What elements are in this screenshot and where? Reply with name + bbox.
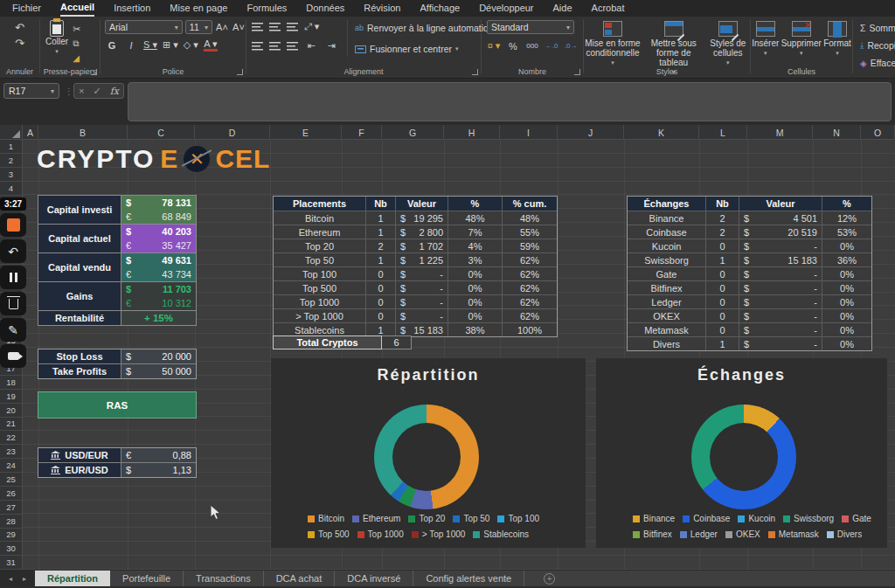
- ribbon-tab-fichier[interactable]: Fichier: [12, 1, 41, 16]
- ribbon-tab-insertion[interactable]: Insertion: [114, 1, 150, 16]
- column-header-k[interactable]: K: [624, 125, 699, 140]
- table-row-take-profits[interactable]: Take Profits$50 000: [38, 364, 196, 379]
- row-header-31[interactable]: 31: [0, 556, 22, 570]
- ribbon-tab-accueil[interactable]: Accueil: [60, 0, 94, 17]
- decrease-font-icon[interactable]: A˅: [232, 21, 246, 34]
- fill-color-button[interactable]: ◇ ▾: [184, 38, 198, 52]
- dialog-launcher-icon[interactable]: [91, 69, 97, 75]
- orientation-icon[interactable]: ⤢ ▾: [304, 20, 319, 33]
- row-header-25[interactable]: 25: [0, 473, 22, 487]
- redo-icon[interactable]: ↷: [15, 38, 24, 50]
- row-header-28[interactable]: 28: [0, 515, 22, 529]
- copy-icon[interactable]: ⧉: [73, 38, 80, 50]
- row-header-3[interactable]: 3: [0, 168, 22, 182]
- row-header-29[interactable]: 29: [0, 529, 22, 543]
- row-header-24[interactable]: 24: [0, 459, 22, 473]
- exchanges-donut-chart[interactable]: [691, 405, 796, 509]
- repartition-donut-chart[interactable]: [374, 405, 479, 509]
- table-row-gate[interactable]: Gate0$-0%: [628, 266, 871, 280]
- undo-annotation-button[interactable]: ↶: [0, 239, 26, 263]
- row-header-22[interactable]: 22: [0, 431, 22, 445]
- prev-sheet-icon[interactable]: ◂: [9, 575, 12, 583]
- row-header-26[interactable]: 26: [0, 487, 22, 501]
- ribbon-tab-affichage[interactable]: Affichage: [420, 1, 460, 16]
- capital-section-capital-actuel[interactable]: Capital actuel$40 203€35 427: [38, 225, 196, 253]
- formula-input[interactable]: [128, 82, 892, 121]
- column-header-m[interactable]: M: [747, 125, 813, 140]
- exchanges-table[interactable]: ÉchangesNbValeur%Binance2$4 50112%Coinba…: [627, 196, 872, 351]
- align-bottom-icon[interactable]: [287, 23, 298, 31]
- table-row-eur-usd[interactable]: EUR/USD$1,13: [38, 463, 196, 478]
- confirm-entry-icon[interactable]: ✓: [93, 86, 101, 97]
- paste-button[interactable]: Coller▾: [45, 20, 68, 65]
- table-row-metamask[interactable]: Metamask0$-0%: [628, 322, 871, 336]
- increase-decimal-icon[interactable]: ←.0: [545, 39, 559, 52]
- column-header-a[interactable]: A: [23, 125, 38, 140]
- currency-format-icon[interactable]: ¤ ▾: [487, 39, 501, 52]
- ribbon-tab-formules[interactable]: Formules: [246, 1, 287, 16]
- ribbon-tab-mise-en-page[interactable]: Mise en page: [170, 1, 227, 16]
- total-cryptos-row[interactable]: Total Cryptos 6: [273, 336, 412, 349]
- align-left-icon[interactable]: [252, 42, 263, 51]
- dialog-launcher-icon[interactable]: [574, 69, 580, 75]
- table-row-coinbase[interactable]: Coinbase2$20 51953%: [628, 225, 871, 239]
- borders-button[interactable]: ⊞ ▾: [163, 38, 178, 52]
- bold-button[interactable]: G: [105, 38, 119, 52]
- capital-section-capital-investi[interactable]: Capital investi$78 131€68 849: [38, 196, 196, 225]
- column-header-o[interactable]: O: [861, 125, 895, 140]
- align-center-icon[interactable]: [269, 42, 281, 51]
- italic-button[interactable]: I: [124, 38, 138, 52]
- table-row-okex[interactable]: OKEX0$-0%: [628, 308, 871, 322]
- insert-function-icon[interactable]: fx: [110, 86, 119, 97]
- ribbon-tab-aide[interactable]: Aide: [553, 1, 572, 16]
- row-header-4[interactable]: 4: [0, 182, 22, 196]
- column-header-l[interactable]: L: [699, 125, 747, 140]
- table-row-binance[interactable]: Binance2$4 50112%: [628, 211, 871, 225]
- sheet-tab-portefeuille[interactable]: Portefeuille: [110, 571, 184, 586]
- sheet-tab-dca-inverse[interactable]: DCA inversé: [335, 571, 413, 586]
- table-row-bitcoin[interactable]: Bitcoin1$19 29548%48%: [274, 211, 557, 225]
- column-header-d[interactable]: D: [195, 125, 270, 140]
- thousands-format-icon[interactable]: 000: [525, 39, 539, 52]
- undo-icon[interactable]: ↶: [15, 22, 24, 34]
- row-header-30[interactable]: 30: [0, 542, 22, 556]
- capital-summary-table[interactable]: Capital investi$78 131€68 849Capital act…: [38, 195, 197, 326]
- repartition-chart-panel[interactable]: Répartition BitcoinEthereumTop 20Top 50T…: [271, 358, 586, 548]
- table-row-top-20[interactable]: Top 202$1 7024%59%: [274, 239, 557, 252]
- increase-font-icon[interactable]: A˄: [215, 21, 229, 34]
- ras-status-cell[interactable]: RAS: [38, 391, 197, 419]
- next-sheet-icon[interactable]: ▸: [23, 575, 26, 583]
- increase-indent-icon[interactable]: ⇥: [324, 39, 338, 52]
- table-row-swissborg[interactable]: Swissborg1$15 18336%: [628, 252, 871, 266]
- exchange-rates-table[interactable]: USD/EUR€0,88EUR/USD$1,13: [38, 447, 197, 478]
- dialog-launcher-icon[interactable]: [472, 69, 478, 75]
- number-format-select[interactable]: Standard▾: [487, 20, 574, 34]
- column-header-g[interactable]: G: [382, 125, 444, 140]
- sheet-tab-dca-achat[interactable]: DCA achat: [264, 571, 336, 586]
- placements-table[interactable]: PlacementsNbValeur%% cum.Bitcoin1$19 295…: [273, 196, 558, 337]
- column-header-f[interactable]: F: [342, 125, 382, 140]
- ribbon-tab-acrobat[interactable]: Acrobat: [592, 1, 625, 16]
- column-header-j[interactable]: J: [558, 125, 624, 140]
- select-all-corner[interactable]: [0, 125, 23, 140]
- fill-button[interactable]: ⤓ Recopier▾: [860, 38, 895, 53]
- row-header-23[interactable]: 23: [0, 445, 22, 459]
- table-row-ledger[interactable]: Ledger0$-0%: [628, 294, 871, 308]
- format-painter-icon[interactable]: ◢: [73, 52, 80, 65]
- font-name-select[interactable]: Arial▾: [105, 20, 183, 34]
- webcam-button[interactable]: [0, 344, 26, 368]
- decrease-decimal-icon[interactable]: .0→: [564, 39, 578, 52]
- clear-button[interactable]: ◈ Effacer▾: [860, 55, 895, 71]
- table-row-stop-loss[interactable]: Stop Loss$20 000: [38, 349, 196, 364]
- sheet-tab-re-partition[interactable]: Répartition: [35, 571, 110, 586]
- column-header-b[interactable]: B: [38, 125, 128, 140]
- row-header-20[interactable]: 20: [0, 404, 22, 418]
- sheet-tab-transactions[interactable]: Transactions: [184, 571, 264, 586]
- stoploss-takeprofit-table[interactable]: Stop Loss$20 000Take Profits$50 000: [38, 349, 197, 379]
- dialog-launcher-icon[interactable]: [237, 69, 243, 75]
- percent-format-icon[interactable]: %: [506, 39, 520, 52]
- row-header-27[interactable]: 27: [0, 501, 22, 515]
- font-size-select[interactable]: 11▾: [185, 20, 212, 34]
- capital-section-capital-vendu[interactable]: Capital vendu$49 631€43 734: [38, 253, 196, 282]
- capital-section-gains[interactable]: Gains$11 703€10 312: [38, 282, 196, 311]
